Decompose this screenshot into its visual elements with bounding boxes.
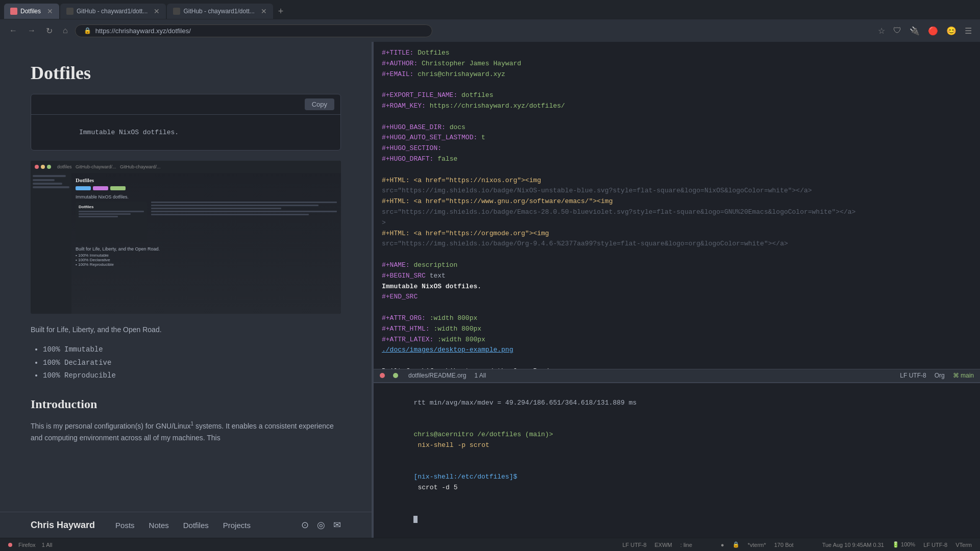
org-line-20: #+END_SRC — [382, 292, 972, 303]
menu-button[interactable]: ☰ — [963, 24, 974, 38]
editor-panel: #+TITLE: Dotfiles #+AUTHOR: Christopher … — [374, 42, 980, 538]
tab-close-gh1[interactable]: ✕ — [154, 7, 160, 15]
tab-close-dotfiles[interactable]: ✕ — [47, 7, 53, 15]
editor-content[interactable]: #+TITLE: Dotfiles #+AUTHOR: Christopher … — [374, 42, 980, 369]
extension1-button[interactable]: 🛡 — [891, 24, 903, 38]
footer-icons: ⊙ ◎ ✉ — [301, 519, 341, 531]
list-item: 100% Declarative — [43, 357, 341, 369]
org-line-1: #+TITLE: Dotfiles — [382, 48, 972, 59]
tab-dotfiles[interactable]: Dotfiles ✕ — [4, 4, 59, 19]
org-val: description — [410, 261, 458, 269]
org-key: #+HUGO_BASE_DIR: — [382, 123, 446, 131]
reload-button[interactable]: ↻ — [43, 24, 56, 38]
tab-close-gh2[interactable]: ✕ — [261, 7, 267, 15]
new-tab-button[interactable]: + — [274, 6, 288, 17]
email-icon[interactable]: ✉ — [333, 519, 341, 531]
forward-button[interactable]: → — [24, 24, 39, 37]
org-val: Christopher James Hayward — [418, 60, 521, 67]
tab-label-gh2: GitHub - chayward1/dott... — [183, 8, 254, 15]
terminal-rtt-text: rtt min/avg/max/mdev = 49.294/186.651/36… — [413, 399, 636, 407]
org-link[interactable]: ./docs/images/desktop-example.png — [382, 346, 513, 354]
mini-main: Dotfiles Immutable NixOS dotfiles. Do — [71, 173, 341, 314]
org-line-2: #+AUTHOR: Christopher James Hayward — [382, 59, 972, 69]
org-line-11: src="https://img.shields.io/badge/NixOS-… — [382, 186, 972, 196]
browser-chrome: Dotfiles ✕ GitHub - chayward1/dott... ✕ … — [0, 0, 980, 42]
content-area: Dotfiles Copy Immutable NixOS dotfiles. — [0, 42, 980, 538]
terminal-highlight-cmd: nix-shell -p scrot — [418, 441, 489, 449]
terminal-nix-line: [nix-shell:/etc/dotfiles]$ scrot -d 5 — [382, 461, 972, 504]
org-line-7: #+HUGO_AUTO_SET_LASTMOD: t — [382, 133, 972, 143]
bookmark-button[interactable]: ☆ — [876, 24, 887, 38]
github-icon[interactable]: ⊙ — [301, 519, 309, 531]
org-val: https://chrishayward.xyz/dotfiles/ — [426, 102, 565, 110]
tab-github1[interactable]: GitHub - chayward1/dott... ✕ — [60, 4, 166, 19]
address-text: https://chrishayward.xyz/dotfiles/ — [95, 27, 424, 35]
extension3-button[interactable]: 🔴 — [926, 24, 940, 38]
gs-utf8: LF UTF-8 — [923, 542, 947, 548]
tab-favicon-gh2 — [173, 8, 180, 15]
tab-favicon-gh1 — [66, 8, 74, 15]
org-val: Dotfiles — [413, 49, 449, 57]
footer-nav-notes[interactable]: Notes — [149, 521, 169, 530]
terminal-cursor — [413, 516, 418, 523]
extension2-button[interactable]: 🔌 — [908, 24, 922, 38]
org-line-8: #+HUGO_SECTION: — [382, 143, 972, 154]
intro-heading: Introduction — [31, 397, 341, 411]
org-key: #+ATTR_LATEX: — [382, 336, 433, 343]
org-key: #+NAME: — [382, 261, 410, 269]
lock-icon: 🔒 — [84, 27, 91, 34]
org-line-blank3 — [382, 165, 972, 176]
list-item: 100% Immutable — [43, 343, 341, 356]
tab-label-gh1: GitHub - chayward1/dott... — [77, 8, 148, 15]
org-line-16: src="https://img.shields.io/badge/Org-9.… — [382, 239, 972, 249]
editor-status-position: 1 All — [474, 372, 486, 379]
org-line-15: #+HTML: <a href="https://orgmode.org"><i… — [382, 229, 972, 239]
terminal-prompt: chris@acernitro /e/dotfiles (main)> — [413, 431, 553, 438]
tab-bar: Dotfiles ✕ GitHub - chayward1/dott... ✕ … — [0, 0, 980, 19]
org-key: #+HUGO_SECTION: — [382, 144, 442, 152]
screenshot-container: dotfiles GitHub-chayward/... GitHub-chay… — [31, 161, 341, 314]
gs-vterm-lines: 170 Bot — [774, 542, 794, 548]
code-content: Immutable NixOS dotfiles. — [31, 115, 340, 150]
footer-nav-projects[interactable]: Projects — [223, 521, 251, 530]
gs-encoding: LF UTF-8 — [622, 542, 646, 548]
gs-right: LF UTF-8 EXWM : line ● 🔒 *vterm* 170 Bot… — [622, 541, 972, 548]
org-key: #+ATTR_ORG: — [382, 314, 426, 322]
org-line-blank2 — [382, 112, 972, 122]
mini-dot-green — [47, 165, 51, 169]
footer-nav-dotfiles[interactable]: Dotfiles — [183, 521, 209, 530]
org-html-src: src="https://img.shields.io/badge/NixOS-… — [382, 187, 812, 194]
org-key: #+AUTHOR: — [382, 60, 418, 67]
footer-nav-posts[interactable]: Posts — [115, 521, 135, 530]
org-html-src2: src="https://img.shields.io/badge/Emacs-… — [382, 208, 855, 216]
copy-button[interactable]: Copy — [305, 98, 334, 110]
gs-vterm-end: VTerm — [955, 542, 972, 548]
editor-status-extra: ⌘ main — [953, 372, 974, 379]
org-line-10: #+HTML: <a href="https://nixos.org"><img — [382, 176, 972, 186]
org-line-3: #+EMAIL: chris@chrishayward.xyz — [382, 69, 972, 80]
mini-content: Dotfiles Immutable NixOS dotfiles. Do — [31, 173, 341, 314]
code-block-header: Copy — [31, 94, 340, 115]
back-button[interactable]: ← — [6, 24, 20, 37]
org-line-14: > — [382, 218, 972, 229]
org-key: #+BEGIN_SRC — [382, 272, 426, 280]
footer-nav: Posts Notes Dotfiles Projects — [115, 521, 251, 530]
gs-line: : line — [680, 542, 692, 548]
terminal-prompt-line: chris@acernitro /e/dotfiles (main)> nix-… — [382, 419, 972, 461]
social-icon[interactable]: ◎ — [317, 519, 325, 531]
org-val: :width 800px — [426, 314, 477, 322]
terminal-cursor-line — [382, 504, 972, 536]
extension4-button[interactable]: 😊 — [944, 24, 959, 38]
org-line-12: #+HTML: <a href="https://www.gnu.org/sof… — [382, 196, 972, 207]
org-line-9: #+HUGO_DRAFT: false — [382, 154, 972, 165]
editor-status-mode: Org — [935, 372, 945, 379]
address-bar[interactable]: 🔒 https://chrishayward.xyz/dotfiles/ — [75, 24, 432, 37]
page-title: Dotfiles — [31, 62, 341, 84]
editor-status-encoding: LF UTF-8 — [900, 372, 926, 379]
screenshot-image: dotfiles GitHub-chayward/... GitHub-chay… — [31, 161, 341, 314]
home-button[interactable]: ⌂ — [60, 24, 71, 37]
tab-github2[interactable]: GitHub - chayward1/dott... ✕ — [167, 4, 273, 19]
code-block: Copy Immutable NixOS dotfiles. — [31, 94, 341, 151]
nav-bar: ← → ↻ ⌂ 🔒 https://chrishayward.xyz/dotfi… — [0, 19, 980, 42]
org-line-22: #+ATTR_HTML: :width 800px — [382, 324, 972, 335]
